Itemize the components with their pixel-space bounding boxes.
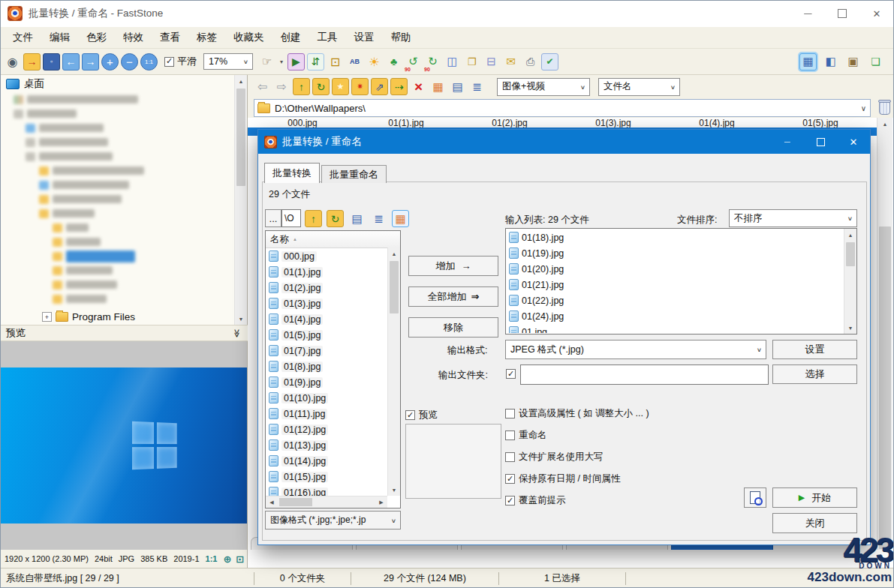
new-folder-icon[interactable]: ✷	[351, 78, 369, 95]
option-keep-date[interactable]: 保持原有日期 / 时间属性	[505, 472, 649, 485]
target-list-scrollbar[interactable]	[844, 229, 856, 334]
tree-item-desktop[interactable]: 桌面	[0, 75, 247, 92]
scrollbar-thumb[interactable]	[879, 226, 891, 549]
close-button[interactable]	[859, 0, 894, 27]
path-bar[interactable]: D:\Other\Wallpapers\	[254, 99, 871, 117]
path-field[interactable]: \O	[281, 209, 301, 227]
tree-item[interactable]	[0, 192, 247, 206]
list-header-name[interactable]: 名称	[266, 231, 400, 248]
output-folder-field[interactable]	[520, 364, 769, 385]
clone-stamp-icon[interactable]: ♣	[385, 53, 402, 70]
file-label[interactable]: 000.jpg	[251, 118, 354, 128]
file-label[interactable]: 01(4).jpg	[665, 118, 769, 128]
rotate-right-icon[interactable]: ↻90	[424, 53, 441, 70]
effects-icon[interactable]: ☀	[366, 53, 383, 70]
filter-combo[interactable]: 图像+视频	[497, 78, 590, 96]
refresh-folder-icon[interactable]: ↻	[312, 78, 330, 95]
crop-icon[interactable]: ⊡	[327, 53, 344, 70]
file-item[interactable]: 000.jpg	[266, 248, 387, 264]
previous-image-icon[interactable]: ←	[62, 53, 80, 70]
file-label[interactable]: 01(5).jpg	[769, 118, 872, 128]
tab-batch-convert[interactable]: 批量转换	[264, 163, 320, 183]
scrollbar-thumb[interactable]	[390, 261, 399, 314]
open-file-icon[interactable]: →	[23, 53, 41, 70]
tree-item[interactable]	[0, 92, 247, 106]
tree-item[interactable]	[0, 249, 247, 263]
file-area-scrollbar[interactable]	[877, 118, 892, 550]
batch-rename-icon[interactable]: AB	[346, 53, 363, 70]
tree-item[interactable]	[0, 106, 247, 121]
file-item[interactable]: 01(18).jpg	[507, 230, 844, 245]
menu-settings[interactable]: 设置	[346, 31, 383, 44]
menu-edit[interactable]: 编辑	[41, 31, 78, 44]
hand-tool-icon[interactable]: ☞	[258, 53, 275, 70]
file-item[interactable]: 01.jpg	[507, 324, 844, 333]
menu-effects[interactable]: 特效	[115, 31, 152, 44]
compare-icon[interactable]: ◫	[444, 53, 461, 70]
zoom-in-icon[interactable]: +	[101, 53, 119, 70]
browse-mode-icon[interactable]: ▦	[799, 53, 817, 70]
file-item[interactable]: 01(13).jpg	[266, 437, 387, 453]
print-icon[interactable]: ⎙	[522, 53, 539, 70]
file-item[interactable]: 01(16).jpg	[266, 484, 387, 496]
menu-favorites[interactable]: 收藏夹	[225, 31, 272, 44]
source-list-scrollbar[interactable]	[387, 248, 400, 496]
option-advanced[interactable]: 设置高级属性 ( 如 调整大小 ... )	[505, 407, 649, 420]
up-folder-icon[interactable]: ↑	[293, 78, 310, 95]
start-button[interactable]: 开始	[772, 488, 857, 508]
scroll-up-icon[interactable]	[844, 229, 856, 241]
scrollbar-thumb[interactable]	[236, 88, 245, 186]
file-item[interactable]: 01(3).jpg	[266, 296, 387, 311]
actual-size-icon[interactable]: 1:1	[140, 53, 158, 70]
scroll-right-icon[interactable]	[375, 496, 387, 508]
email-icon[interactable]: ✉	[502, 53, 519, 70]
tree-item-program-files[interactable]: Program Files	[0, 309, 234, 325]
scrollbar-thumb[interactable]	[279, 498, 312, 506]
format-filter-combo[interactable]: 图像格式 (*.jpg;*.jpe;*.jp	[265, 511, 401, 530]
delete-icon[interactable]: ×	[410, 78, 427, 95]
scan-icon[interactable]: ⊟	[483, 53, 500, 70]
zoom-level-combo[interactable]: 17%	[203, 53, 253, 70]
output-format-combo[interactable]: JPEG 格式 (*.jpg)	[505, 340, 766, 359]
dlg-detail-view-icon[interactable]: ▤	[348, 210, 366, 227]
sort-order-combo[interactable]: 不排序	[729, 209, 857, 227]
tree-item[interactable]	[0, 164, 247, 178]
trash-icon[interactable]	[875, 98, 893, 118]
file-item[interactable]: 01(4).jpg	[266, 311, 387, 327]
scroll-up-icon[interactable]	[388, 248, 400, 260]
option-overwrite-prompt[interactable]: 覆盖前提示	[505, 494, 649, 507]
file-item[interactable]: 01(12).jpg	[266, 422, 387, 437]
dialog-minimize-button[interactable]	[771, 130, 804, 154]
dlg-up-folder-icon[interactable]: ↑	[305, 210, 322, 227]
batch-convert-icon[interactable]: ⇵	[307, 53, 324, 70]
file-item[interactable]: 01(21).jpg	[507, 277, 844, 292]
next-image-icon[interactable]: →	[82, 53, 99, 70]
tree-item[interactable]	[0, 263, 247, 278]
menu-tools[interactable]: 工具	[309, 31, 346, 44]
tree-item[interactable]	[0, 121, 247, 135]
source-list-hscrollbar[interactable]	[266, 496, 387, 508]
option-uppercase-extension[interactable]: 文件扩展名使用大写	[505, 451, 649, 464]
scroll-down-icon[interactable]	[235, 313, 247, 325]
menu-create[interactable]: 创建	[272, 31, 309, 44]
fit-window-icon[interactable]: ⊕	[223, 554, 231, 565]
tree-item[interactable]	[0, 220, 247, 235]
tree-item[interactable]	[0, 235, 247, 249]
list-view-icon[interactable]: ≣	[468, 78, 486, 95]
file-item[interactable]: 01(2).jpg	[266, 280, 387, 296]
scroll-left-icon[interactable]	[266, 496, 278, 508]
file-item[interactable]: 01(1).jpg	[266, 264, 387, 280]
smooth-checkbox[interactable]: 平滑	[164, 55, 197, 68]
option-rename[interactable]: 重命名	[505, 429, 649, 442]
scroll-down-icon[interactable]	[388, 484, 400, 496]
rotate-left-icon[interactable]: ↺90	[405, 53, 422, 70]
select-folder-button[interactable]: 选择	[772, 364, 857, 384]
snapshot-icon[interactable]: ◉	[4, 53, 21, 70]
tree-item[interactable]	[0, 135, 247, 149]
tree-scrollbar[interactable]	[234, 75, 247, 325]
viewer-mode-icon[interactable]: ◧	[822, 53, 839, 70]
menu-tag[interactable]: 标签	[188, 31, 225, 44]
browse-path-button[interactable]: ...	[265, 209, 281, 227]
dlg-refresh-folder-icon[interactable]: ↻	[327, 210, 344, 227]
dialog-maximize-button[interactable]	[804, 130, 837, 154]
